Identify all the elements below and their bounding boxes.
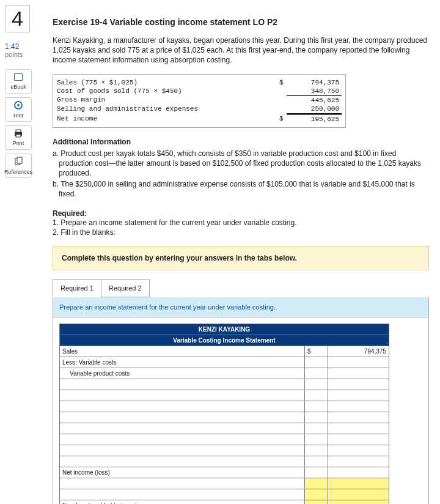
ws-row-currency[interactable] [305, 390, 328, 401]
target-icon [13, 100, 23, 113]
abs-row-amount: 794,375 [287, 78, 342, 87]
ws-row-label[interactable]: Sales [60, 346, 305, 357]
abs-row-label: Cost of goods sold (775 × $450) [57, 87, 279, 96]
ws-row-label[interactable] [60, 478, 305, 489]
additional-heading: Additional Information [53, 138, 429, 146]
ws-row-currency[interactable] [305, 467, 328, 478]
print-icon [13, 129, 23, 140]
required-item: 1. Prepare an income statement for the c… [53, 218, 429, 228]
points-label: points [5, 51, 50, 58]
ws-row-currency[interactable] [305, 478, 328, 489]
tab-required-1[interactable]: Required 1 [53, 279, 101, 297]
intro-text: Kenzi Kayaking, a manufacturer of kayaks… [53, 35, 429, 65]
ws-row-label[interactable] [60, 412, 305, 423]
ws-row-label[interactable]: Less: Variable costs [60, 357, 305, 368]
ws-row-label[interactable] [60, 401, 305, 412]
ws-row-label[interactable] [60, 434, 305, 445]
absorption-table: Sales (775 × $1,025)$794,375Cost of good… [57, 78, 342, 124]
ws-row-label[interactable]: Fixed costs added to inventory [60, 500, 305, 504]
tab-required-2[interactable]: Required 2 [101, 279, 150, 297]
ws-row-currency[interactable]: $ [305, 346, 328, 357]
abs-row-amount: 445,625 [287, 95, 342, 105]
ws-row-currency[interactable] [305, 445, 328, 456]
ws-row-currency[interactable] [305, 500, 328, 504]
svg-rect-5 [16, 130, 21, 132]
points-value: 1.42 [5, 42, 50, 51]
ws-row-label[interactable] [60, 445, 305, 456]
ws-row-currency[interactable] [305, 456, 328, 467]
abs-row-label: Net income [57, 114, 279, 124]
ws-row-currency[interactable] [305, 379, 328, 390]
absorption-box: Sales (775 × $1,025)$794,375Cost of good… [53, 74, 346, 128]
ws-row-label[interactable] [60, 456, 305, 467]
ws-row-amount[interactable] [328, 401, 389, 412]
worksheet-table: KENZI KAYAKINGVariable Costing Income St… [59, 324, 389, 504]
svg-rect-1 [15, 74, 22, 80]
ws-row-currency[interactable] [305, 489, 328, 500]
ws-row-currency[interactable] [305, 401, 328, 412]
abs-row-label: Sales (775 × $1,025) [57, 78, 279, 87]
ws-row-currency[interactable] [305, 357, 328, 368]
exercise-title: Exercise 19-4 Variable costing income st… [53, 17, 429, 27]
svg-rect-8 [17, 157, 22, 163]
abs-row-label: Gross margin [57, 95, 279, 105]
abs-row-amount: 348,750 [287, 87, 342, 96]
worksheet-wrap: KENZI KAYAKINGVariable Costing Income St… [53, 317, 429, 504]
ws-row-amount[interactable] [328, 489, 389, 500]
svg-rect-6 [16, 135, 21, 137]
side-print-button[interactable]: Print [5, 125, 32, 150]
ws-row-amount[interactable] [328, 434, 389, 445]
ws-row-amount[interactable] [328, 423, 389, 434]
ws-row-currency[interactable] [305, 412, 328, 423]
book-icon [13, 73, 23, 84]
ws-row-currency[interactable] [305, 368, 328, 379]
abs-row-amount: 250,000 [287, 105, 342, 114]
ws-row-label[interactable] [60, 423, 305, 434]
required-item: 2. Fill in the blanks: [53, 228, 429, 237]
complete-prompt: Complete this question by entering your … [53, 246, 429, 270]
svg-point-3 [17, 104, 20, 106]
side-hint-button[interactable]: Hint [5, 97, 32, 122]
ws-row-amount[interactable] [328, 379, 389, 390]
side-references-button[interactable]: References [5, 154, 32, 178]
copy-icon [13, 157, 23, 169]
ws-title-1: KENZI KAYAKING [60, 324, 389, 335]
ws-row-amount[interactable] [328, 357, 389, 368]
required-heading: Required: [53, 209, 429, 218]
ws-row-label[interactable]: Net income (loss) [60, 467, 305, 478]
ws-row-currency[interactable] [305, 423, 328, 434]
additional-info-item: a. Product cost per kayak totals $450, w… [59, 149, 429, 179]
ws-row-amount[interactable] [328, 478, 389, 489]
ws-row-amount[interactable] [328, 500, 389, 504]
ws-row-amount[interactable] [328, 390, 389, 401]
ws-row-label[interactable] [60, 379, 305, 390]
ws-row-label[interactable] [60, 390, 305, 401]
additional-info-item: b. The $250,000 in selling and administr… [59, 179, 429, 199]
abs-row-amount: 195,625 [287, 114, 342, 124]
ws-row-amount[interactable]: 794,375 [328, 346, 389, 357]
ws-row-label[interactable]: Variable product costs [60, 368, 305, 379]
ws-row-currency[interactable] [305, 434, 328, 445]
side-ebook-button[interactable]: eBook [5, 69, 32, 94]
ws-row-amount[interactable] [328, 412, 389, 423]
ws-row-amount[interactable] [328, 445, 389, 456]
tab-strip: Required 1 Required 2 [53, 279, 429, 297]
ws-row-amount[interactable] [328, 368, 389, 379]
tab-instruction: Prepare an income statement for the curr… [53, 297, 429, 317]
ws-title-2: Variable Costing Income Statement [60, 335, 389, 346]
question-number: 4 [5, 5, 30, 32]
abs-row-label: Selling and administrative expenses [57, 105, 279, 114]
ws-row-label[interactable] [60, 489, 305, 500]
ws-row-amount[interactable] [328, 467, 389, 478]
ws-row-amount[interactable] [328, 456, 389, 467]
